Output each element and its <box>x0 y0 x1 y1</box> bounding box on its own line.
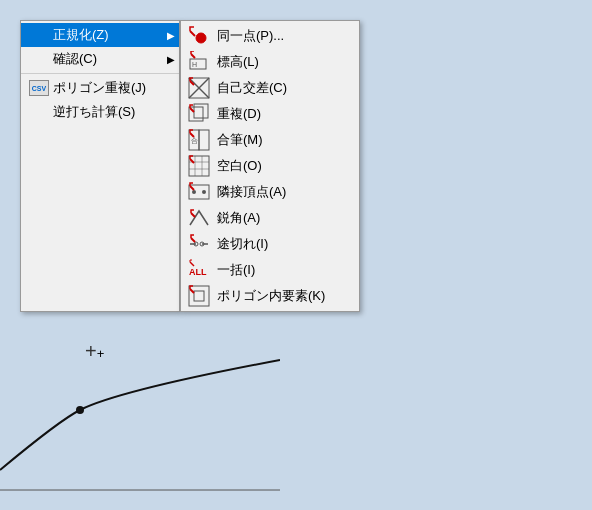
self-intersect-label: 自己交差(C) <box>217 79 287 97</box>
adjacent-vertex-label: 隣接頂点(A) <box>217 183 286 201</box>
svg-rect-23 <box>189 286 209 306</box>
all-icon: ALL <box>187 258 211 282</box>
same-point-icon <box>187 24 211 48</box>
svg-text:H: H <box>192 61 197 68</box>
same-point-label: 同一点(P)... <box>217 27 284 45</box>
submenu-normalize: 同一点(P)... H 標高(L) <box>180 20 360 312</box>
elevation-icon: H <box>187 50 211 74</box>
menu-item-reverse-calc[interactable]: 逆打ち計算(S) <box>21 100 179 124</box>
confirm-label: 確認(C) <box>53 50 159 68</box>
svg-rect-12 <box>189 156 209 176</box>
context-menu-wrapper: 正規化(Z) ▶ 確認(C) ▶ CSV ポリゴン重複(J) 逆打ち計算(S) <box>20 20 360 312</box>
confirm-icon <box>29 49 49 69</box>
blank-icon <box>187 154 211 178</box>
polygon-element-icon <box>187 284 211 308</box>
cross-cursor: + <box>85 340 109 364</box>
submenu-item-duplicate[interactable]: 重複(D) <box>181 101 359 127</box>
svg-rect-8 <box>194 104 208 118</box>
svg-point-18 <box>192 190 196 194</box>
duplicate-label: 重複(D) <box>217 105 261 123</box>
submenu-item-sharp-angle[interactable]: 鋭角(A) <box>181 205 359 231</box>
submenu-item-same-point[interactable]: 同一点(P)... <box>181 23 359 49</box>
reverse-calc-icon <box>29 102 49 122</box>
confirm-arrow: ▶ <box>167 54 175 65</box>
reverse-calc-label: 逆打ち計算(S) <box>53 103 159 121</box>
submenu-item-blank[interactable]: 空白(O) <box>181 153 359 179</box>
submenu-item-merge[interactable]: 合 合筆(M) <box>181 127 359 153</box>
submenu-item-all[interactable]: ALL 一括(I) <box>181 257 359 283</box>
polygon-overlap-label: ポリゴン重複(J) <box>53 79 159 97</box>
submenu-item-polygon-element[interactable]: ポリゴン内要素(K) <box>181 283 359 309</box>
sharp-angle-icon <box>187 206 211 230</box>
polygon-element-label: ポリゴン内要素(K) <box>217 287 325 305</box>
menu-item-confirm[interactable]: 確認(C) ▶ <box>21 47 179 71</box>
menu-item-polygon-overlap[interactable]: CSV ポリゴン重複(J) <box>21 76 179 100</box>
merge-label: 合筆(M) <box>217 131 263 149</box>
submenu-item-adjacent-vertex[interactable]: 隣接頂点(A) <box>181 179 359 205</box>
normalize-arrow: ▶ <box>167 30 175 41</box>
svg-point-19 <box>202 190 206 194</box>
svg-rect-10 <box>199 130 209 150</box>
menu-item-normalize[interactable]: 正規化(Z) ▶ <box>21 23 179 47</box>
submenu-item-break[interactable]: 途切れ(I) <box>181 231 359 257</box>
polygon-overlap-icon: CSV <box>29 78 49 98</box>
normalize-label: 正規化(Z) <box>53 26 159 44</box>
submenu-item-self-intersect[interactable]: 自己交差(C) <box>181 75 359 101</box>
break-label: 途切れ(I) <box>217 235 268 253</box>
svg-text:合: 合 <box>191 137 198 144</box>
adjacent-vertex-icon <box>187 180 211 204</box>
blank-label: 空白(O) <box>217 157 262 175</box>
break-icon <box>187 232 211 256</box>
normalize-icon <box>29 25 49 45</box>
duplicate-icon <box>187 102 211 126</box>
submenu-item-elevation[interactable]: H 標高(L) <box>181 49 359 75</box>
sharp-angle-label: 鋭角(A) <box>217 209 260 227</box>
main-menu: 正規化(Z) ▶ 確認(C) ▶ CSV ポリゴン重複(J) 逆打ち計算(S) <box>20 20 180 312</box>
canvas-curve <box>0 300 280 500</box>
svg-rect-24 <box>194 291 204 301</box>
menu-separator-1 <box>21 73 179 74</box>
all-label: 一括(I) <box>217 261 255 279</box>
svg-point-1 <box>196 33 206 43</box>
svg-text:ALL: ALL <box>189 267 207 277</box>
elevation-label: 標高(L) <box>217 53 259 71</box>
merge-icon: 合 <box>187 128 211 152</box>
self-intersect-icon <box>187 76 211 100</box>
